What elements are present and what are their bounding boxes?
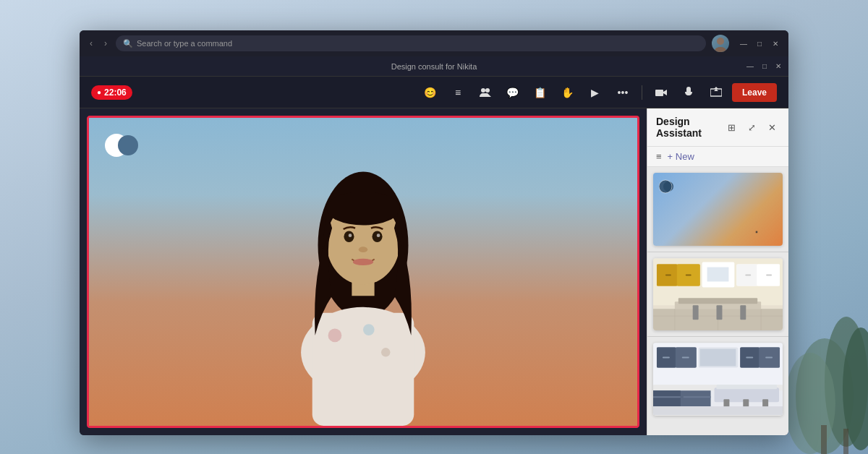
- svg-rect-38: [665, 274, 671, 275]
- svg-point-14: [118, 135, 138, 155]
- share-screen-button[interactable]: [705, 81, 728, 104]
- kitchen-blue-illustration: [653, 343, 783, 416]
- svg-point-8: [481, 88, 485, 93]
- svg-rect-81: [653, 407, 783, 416]
- panel-header: Design Assistant ⊞ ⤢ ✕: [647, 108, 788, 147]
- svg-rect-5: [843, 429, 848, 454]
- play-button[interactable]: ▶: [584, 81, 607, 104]
- meeting-timer: ● 22:06: [91, 85, 132, 100]
- emoji-reaction-button[interactable]: 😊: [419, 81, 442, 104]
- svg-point-29: [326, 192, 400, 226]
- svg-point-26: [377, 234, 380, 237]
- browser-close-button[interactable]: ✕: [770, 38, 781, 49]
- svg-rect-65: [700, 349, 736, 367]
- svg-point-28: [353, 259, 373, 265]
- panel-close-button[interactable]: ✕: [764, 119, 780, 135]
- svg-rect-4: [821, 425, 827, 454]
- svg-point-2: [785, 353, 835, 454]
- slide-thumbnail-kitchen-yellow[interactable]: [653, 258, 783, 331]
- panel-popout-button[interactable]: ⤢: [744, 119, 760, 135]
- teams-main-content: Design Assistant ⊞ ⤢ ✕ ≡ + New: [80, 108, 788, 435]
- browser-maximize-button[interactable]: □: [754, 38, 765, 49]
- slide-thumbnail-kitchen-blue[interactable]: [653, 343, 783, 416]
- svg-rect-41: [707, 267, 729, 281]
- camera-button[interactable]: [650, 81, 673, 104]
- svg-rect-39: [686, 274, 692, 275]
- svg-rect-69: [746, 357, 753, 359]
- svg-point-7: [715, 47, 726, 52]
- svg-point-27: [359, 247, 367, 252]
- panel-menu-icon[interactable]: ≡: [656, 151, 662, 162]
- video-logo-overlay: [103, 132, 140, 158]
- teams-close-button[interactable]: ✕: [775, 62, 781, 70]
- svg-rect-55: [717, 305, 723, 320]
- svg-rect-74: [653, 397, 681, 398]
- svg-point-19: [328, 329, 342, 343]
- teams-toolbar: ● 22:06 😊 ≡ 💬 📋 ✋ ▶: [80, 77, 788, 108]
- svg-rect-48: [678, 298, 757, 304]
- svg-rect-45: [745, 274, 751, 275]
- panel-title: Design Assistant: [656, 116, 723, 139]
- svg-rect-75: [684, 397, 711, 398]
- panel-content: [647, 167, 788, 435]
- teams-minimize-button[interactable]: —: [746, 62, 754, 70]
- svg-rect-73: [653, 391, 681, 407]
- browser-forward-button[interactable]: ›: [101, 37, 110, 50]
- teams-title-bar: Design consult for Nikita — □ ✕: [80, 56, 788, 77]
- svg-rect-46: [766, 274, 772, 275]
- whiteboard-button[interactable]: 📋: [529, 81, 552, 104]
- show-conversation-button[interactable]: ≡: [446, 81, 469, 104]
- svg-rect-10: [655, 90, 663, 96]
- kitchen-yellow-illustration: [653, 258, 783, 331]
- panel-expand-button[interactable]: ⊞: [723, 119, 739, 135]
- svg-rect-70: [765, 357, 773, 359]
- toolbar-divider: [642, 85, 642, 100]
- panel-divider-2: [647, 336, 788, 337]
- browser-window: ‹ › 🔍 Search or type a command — □ ✕ Des…: [80, 30, 788, 435]
- svg-point-21: [381, 348, 390, 356]
- video-area: [80, 108, 647, 435]
- svg-rect-54: [693, 305, 699, 320]
- svg-rect-62: [663, 357, 670, 359]
- browser-address-bar[interactable]: 🔍 Search or type a command: [116, 35, 706, 51]
- browser-window-controls: — □ ✕: [738, 38, 781, 49]
- participants-button[interactable]: [474, 81, 497, 104]
- browser-chrome: ‹ › 🔍 Search or type a command — □ ✕: [80, 30, 788, 56]
- svg-point-20: [363, 324, 375, 335]
- svg-rect-63: [682, 357, 689, 359]
- more-options-button[interactable]: •••: [611, 81, 634, 104]
- teams-maximize-button[interactable]: □: [762, 62, 767, 70]
- svg-point-9: [485, 88, 490, 93]
- search-icon: 🔍: [123, 39, 133, 48]
- person-figure: [185, 155, 542, 426]
- raise-hand-button[interactable]: ✋: [556, 81, 579, 104]
- svg-rect-56: [740, 305, 746, 320]
- teams-window: Design consult for Nikita — □ ✕ ● 22:06 …: [80, 56, 788, 435]
- panel-new-button[interactable]: + New: [668, 151, 694, 162]
- user-avatar[interactable]: [712, 35, 729, 52]
- search-text: Search or type a command: [137, 39, 232, 48]
- browser-minimize-button[interactable]: —: [738, 38, 749, 49]
- browser-back-button[interactable]: ‹: [87, 37, 95, 50]
- svg-point-25: [349, 234, 352, 237]
- microphone-button[interactable]: [677, 81, 700, 104]
- panel-divider-1: [647, 252, 788, 252]
- chat-button[interactable]: 💬: [501, 81, 524, 104]
- slide-thumbnail-gradient[interactable]: [653, 173, 783, 246]
- panel-header-icons: ⊞ ⤢ ✕: [723, 119, 780, 135]
- svg-rect-77: [717, 385, 778, 390]
- leave-meeting-button[interactable]: Leave: [732, 83, 777, 102]
- teams-window-controls: — □ ✕: [746, 62, 781, 70]
- design-assistant-panel: Design Assistant ⊞ ⤢ ✕ ≡ + New: [647, 108, 788, 435]
- thumbnail-logo-icon: [659, 179, 675, 194]
- panel-toolbar: ≡ + New: [647, 147, 788, 167]
- meeting-title: Design consult for Nikita: [391, 62, 477, 71]
- svg-point-6: [717, 38, 724, 45]
- video-frame: [87, 116, 639, 428]
